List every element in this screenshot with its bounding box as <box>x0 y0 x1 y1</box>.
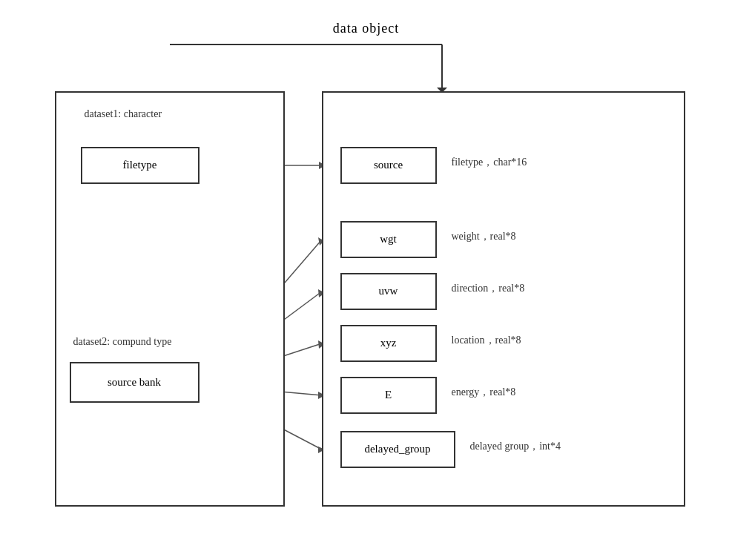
source-bank-box: source bank <box>70 362 200 403</box>
xyz-desc: location，real*8 <box>452 334 521 347</box>
delayed-group-desc: delayed group，int*4 <box>470 440 561 453</box>
diagram: data object dataset1: character fil <box>33 21 700 540</box>
dataset1-label: dataset1: character <box>85 108 162 120</box>
diagram-title: data object <box>333 21 399 36</box>
wgt-desc: weight，real*8 <box>452 230 516 243</box>
filetype-box: filetype <box>81 147 200 184</box>
wgt-box: wgt <box>340 221 437 258</box>
source-desc: filetype，char*16 <box>452 156 527 169</box>
delayed-group-box: delayed_group <box>340 431 455 468</box>
uvw-desc: direction，real*8 <box>452 282 525 295</box>
xyz-box: xyz <box>340 325 437 362</box>
uvw-box: uvw <box>340 273 437 310</box>
dataset2-label: dataset2: compund type <box>73 336 172 348</box>
E-box: E <box>340 377 437 414</box>
E-desc: energy，real*8 <box>452 386 516 399</box>
source-box: source <box>340 147 437 184</box>
